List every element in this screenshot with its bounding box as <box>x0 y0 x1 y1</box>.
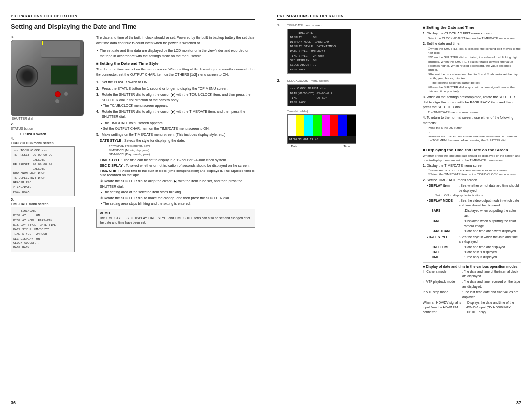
circle-1-right: ①When the SHUTTER dial is pressed, the b… <box>423 47 521 55</box>
time-date-menu-box: --- TIME/DATE --- DISPLAY ON DISPLAY MOD… <box>11 207 75 252</box>
no-seconds-note: The digthing seconds cannot be set. <box>423 81 521 85</box>
dateonly-key: DATE <box>432 250 464 255</box>
bullet-stop-blink: • The setting area stops blinking and th… <box>101 201 255 206</box>
display-time-intro: Whether or not the time and date should … <box>423 154 521 162</box>
left-header: PREPARATIONS FOR OPERATION <box>11 14 255 20</box>
right-step-1-label: 1. <box>277 23 284 75</box>
intro-text: The date and time of the built-in clock … <box>96 35 255 46</box>
step-1: 1. Set the POWER switch to ON. <box>96 80 255 85</box>
step-2-num: 2. <box>96 86 99 92</box>
display-mode-val: : Sets the video output mode in which da… <box>459 198 521 208</box>
step-4-text: Rotate the SHUTTER dial to align the cur… <box>102 110 245 119</box>
memo-title: MEMO <box>100 211 252 215</box>
dateonly-val: : Date only is displayed. <box>464 250 521 255</box>
right-column: The date and time of the built-in clock … <box>96 35 255 254</box>
vtr-play-key: in VTR playback mode <box>423 279 462 289</box>
setting-date-title: Setting the Date and Time <box>423 25 521 30</box>
right-time-date-menu: --- TIME/DATE --- DISPLAY ON DISPLAY MOD… <box>287 29 351 74</box>
barscam-key: BARS+CAM <box>432 229 464 234</box>
tc-menu-line-1: TC PRESET 00 00 00 00 <box>13 153 72 157</box>
monitor-date-time: 01/02/03 001 23:45 <box>289 138 318 142</box>
divider-1 <box>423 145 521 145</box>
bars-val: : Displayed when outputting the color ba… <box>464 208 521 219</box>
right-page-num: 37 <box>516 400 521 405</box>
left-column: 3. <box>11 35 92 254</box>
time-label: Time <box>343 144 350 149</box>
vtr-stop-key: in VTR stop mode <box>423 290 462 300</box>
step-5-num: 5. <box>96 132 99 137</box>
tc-menu-line-0: --- TC/UB/CLOCK --- <box>13 148 72 153</box>
display-time-title: Displaying the Time and Date on the Scre… <box>423 148 521 152</box>
td-line-0: --- TIME/DATE --- <box>13 209 72 213</box>
date-time-overlay: 01/02/03 001 23:45 <box>289 138 354 142</box>
time-style-key: TIME STYLE <box>100 158 120 162</box>
divider-2 <box>423 262 521 263</box>
step-4: 4. Rotate the SHUTTER dial to align the … <box>96 109 255 120</box>
bullet-text-1: The set date and time data are displayed… <box>100 48 255 59</box>
display-mode-key: • DISPLAY MODE <box>427 198 459 208</box>
memo-box: MEMO The TIME STYLE, SEC DISPLAY, DATE S… <box>96 209 255 228</box>
time-date-screen-label: TIME/DATE menu screen <box>287 23 419 27</box>
cam-val: : Displayed when outputting the color ca… <box>464 219 521 229</box>
td-line-6: SEC DISPLAY ON <box>13 237 72 241</box>
td-line-4: DATE STYLE MM/DD/YY <box>13 227 72 232</box>
right-header: PREPARATIONS FOR OPERATION <box>277 14 522 20</box>
hdv-key: When an HDV/DV signal is input from the … <box>423 300 466 315</box>
timeonly-val: : Time only is displayed. <box>464 255 521 260</box>
label-4: 4. <box>11 137 92 140</box>
right-step-2-content: CLOCK ADJUST menu screen --- CLOCK ADJUS… <box>287 78 419 149</box>
bullet-tc-clock: • The TC/UB/CLOCK menu screen appears. <box>101 103 255 109</box>
circle-step-1: ① Rotate the SHUTTER dial to align the c… <box>100 179 255 189</box>
setting-date-step-1: 1. Display the CLOCK ADJUST menu screen. <box>423 31 521 36</box>
setting-step-1a: Select the CLOCK ADJUST item on the TIME… <box>423 36 521 41</box>
dateonly-item: DATE : Date only is displayed. <box>432 250 521 255</box>
tc-menu-label: TC/UB/CLOCK menu screen <box>11 141 92 145</box>
right-step-2-label: 2. <box>277 78 284 149</box>
dateandtime-val: : Date and time are displayed. <box>464 245 521 250</box>
timeonly-item: TIME : Time only is displayed. <box>432 255 521 260</box>
tc-menu-line-8: >TIME/DATE <box>13 185 72 189</box>
time-date-menu-label: TIME/DATE menu screen <box>11 202 92 206</box>
main-title: Setting and Displaying the Date and Time <box>11 23 255 32</box>
tc-menu-line-5: DROP/NON DROP DROP <box>13 171 72 175</box>
td-line-2: DISPLAY MODE BARS+CAM <box>13 218 72 223</box>
cam-item: CAM : Displayed when outputting the colo… <box>432 219 521 229</box>
date-style-key: DATE STYLE <box>100 139 121 142</box>
display-item-2: • DISPLAY MODE : Sets the video output m… <box>427 198 521 208</box>
left-content: 3. <box>11 35 255 254</box>
sec-display-val: : To select whether or not indication of… <box>124 164 250 167</box>
time-hour-label: Time (Hour/Min) <box>287 109 419 114</box>
operation-modes: In Camera mode : The date and time of th… <box>423 269 521 315</box>
right-step-1-row: 1. TIME/DATE menu screen --- TIME/DATE -… <box>277 23 419 75</box>
tc-menu-line-6: TC DUPLI.(DV) DROP <box>13 176 72 180</box>
display-item-key-1: • DISPLAY item <box>427 183 459 194</box>
display-step-1: 1. Display the TIME/DATE menu screen. <box>423 163 521 169</box>
shutter-label: SHUTTER dial <box>12 117 92 120</box>
td-line-7: CLOCK ADJUST... <box>13 241 72 245</box>
setting-date-time-section: Setting the Date and Time 1. Display the… <box>423 25 521 143</box>
tc-menu-line-3: UB PRESET 00 00 00 00 <box>13 162 72 167</box>
tc-menu-line-4: EXECUTE <box>13 167 72 171</box>
display-item-set-on: Set to ON to display the indications. <box>427 193 521 198</box>
monitor-display: 01/02/03 001 23:45 <box>287 114 356 144</box>
date-label: Date <box>291 144 298 149</box>
return-exit: Return to the TOP MENU screen and then s… <box>423 135 521 143</box>
step-1-num: 1. <box>96 80 99 85</box>
page: PREPARATIONS FOR OPERATION Setting and D… <box>0 0 532 411</box>
cam-key: CAM <box>432 219 464 229</box>
circle-4-right: ④Press the SHUTTER dial in sync with a t… <box>423 85 521 94</box>
step-1-text: Set the POWER switch to ON. <box>102 80 148 84</box>
date-style-section-title: Setting the Date and Time Style <box>96 61 255 66</box>
bullet-time-date: • The TIME/DATE menu screen appears. <box>101 121 255 126</box>
color-bars <box>288 115 356 136</box>
right-main: 1. TIME/DATE menu screen --- TIME/DATE -… <box>277 23 419 317</box>
display-items-table: • DISPLAY item : Sets whether or not dat… <box>427 183 521 260</box>
vtr-stop-val: : The last read date and time values are… <box>462 290 521 300</box>
display-note: ■ Display of date and time in the variou… <box>423 265 521 268</box>
camera-mode-row: In Camera mode : The date and time of th… <box>423 269 521 279</box>
date-time-labels: Date Time <box>287 144 356 149</box>
vtr-play-row: in VTR playback mode : The date and time… <box>423 279 521 289</box>
step-5-text: Make settings on the TIME/DATE menu scre… <box>102 133 225 136</box>
step-3: 3. Rotate the SHUTTER dial to align the … <box>96 92 255 103</box>
circle-3-right: ③Repeat the procedure described in ① and… <box>423 72 521 81</box>
